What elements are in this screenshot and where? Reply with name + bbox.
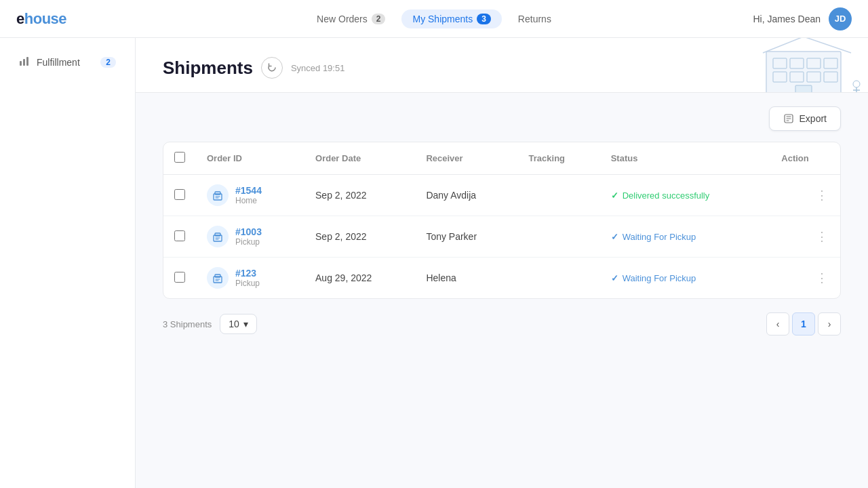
row-receiver: Dany Avdija <box>415 175 517 216</box>
select-all-checkbox[interactable] <box>174 152 185 163</box>
row-checkbox-cell <box>163 175 196 216</box>
chevron-down-icon: ▾ <box>243 319 248 329</box>
row-checkbox-1[interactable] <box>174 230 185 241</box>
nav-right: Hi, James Dean JD <box>716 7 852 30</box>
chart-bar-icon <box>19 56 30 68</box>
row-receiver: Tony Parker <box>415 216 517 258</box>
header-illustration <box>746 38 868 93</box>
page-title: Shipments <box>163 58 253 79</box>
tab-returns-label: Returns <box>518 14 551 24</box>
row-status: ✓ Waiting For Pickup <box>600 258 771 299</box>
sync-button[interactable] <box>261 57 283 79</box>
svg-rect-28 <box>215 192 220 195</box>
svg-rect-12 <box>795 85 812 93</box>
content-header: Shipments Synced 19:51 <box>136 38 868 93</box>
row-date: Sep 2, 2022 <box>304 216 415 258</box>
col-tracking: Tracking <box>518 142 600 175</box>
tab-new-orders[interactable]: New Orders 2 <box>306 9 396 28</box>
row-status: ✓ Delivered successfully <box>600 175 771 216</box>
shipment-count: 3 Shipments <box>163 319 212 329</box>
row-order-id: #123 Pickup <box>196 258 304 299</box>
chevron-right-icon: › <box>828 319 831 329</box>
svg-rect-36 <box>215 274 220 277</box>
status-checkmark: ✓ <box>611 273 618 283</box>
col-order-id: Order ID <box>196 142 304 175</box>
row-action-menu[interactable]: ⋮ <box>770 216 840 258</box>
chevron-left-icon: ‹ <box>776 319 780 329</box>
svg-rect-32 <box>215 233 220 236</box>
svg-rect-2 <box>26 57 28 66</box>
row-checkbox-cell <box>163 216 196 258</box>
status-text: Waiting For Pickup <box>623 232 696 242</box>
sync-icon <box>267 63 277 73</box>
tab-returns[interactable]: Returns <box>507 9 562 28</box>
nav-tabs: New Orders 2 My Shipments 3 Returns <box>152 9 716 28</box>
row-checkbox-cell <box>163 258 196 299</box>
next-page-button[interactable]: › <box>818 312 841 336</box>
order-type: Home <box>235 196 262 205</box>
svg-rect-1 <box>23 59 25 66</box>
row-date: Sep 2, 2022 <box>304 175 415 216</box>
row-status: ✓ Waiting For Pickup <box>600 216 771 258</box>
row-action-menu[interactable]: ⋮ <box>770 258 840 299</box>
tab-my-shipments-label: My Shipments <box>412 14 473 24</box>
content-body: Export Order ID Order Date Receiver <box>136 93 868 349</box>
user-greeting: Hi, James Dean <box>753 14 821 24</box>
row-checkbox-2[interactable] <box>174 272 185 283</box>
order-type: Pickup <box>235 237 262 247</box>
avatar: JD <box>829 7 852 30</box>
row-tracking <box>518 175 600 216</box>
col-action: Action <box>770 142 840 175</box>
tab-my-shipments[interactable]: My Shipments 3 <box>401 9 501 28</box>
col-receiver: Receiver <box>415 142 517 175</box>
row-tracking <box>518 216 600 258</box>
order-icon-1 <box>207 226 229 247</box>
per-page-select[interactable]: 10 ▾ <box>220 314 257 334</box>
export-icon <box>783 113 794 124</box>
content-area: Shipments Synced 19:51 <box>136 38 868 488</box>
col-order-date: Order Date <box>304 142 415 175</box>
order-id-number: #1544 <box>235 185 262 196</box>
main-layout: Fulfillment 2 Shipments Synced 19:51 <box>0 38 868 488</box>
table-row: #1003 Pickup Sep 2, 2022 Tony Parker ✓ W… <box>163 216 840 258</box>
pagination-controls: ‹ 1 › <box>766 312 841 336</box>
export-row: Export <box>163 106 841 131</box>
col-status: Status <box>600 142 771 175</box>
sidebar-item-label: Fulfillment <box>37 57 80 68</box>
table-row: #1544 Home Sep 2, 2022 Dany Avdija ✓ Del… <box>163 175 840 216</box>
export-label: Export <box>800 113 827 124</box>
order-id-number: #123 <box>235 268 260 279</box>
status-text: Delivered successfully <box>623 190 710 201</box>
synced-label: Synced 19:51 <box>291 63 345 73</box>
tab-new-orders-badge: 2 <box>372 14 386 24</box>
sidebar-item-left: Fulfillment <box>19 56 80 68</box>
svg-point-18 <box>853 81 860 87</box>
table-row: #123 Pickup Aug 29, 2022 Helena ✓ Waitin… <box>163 258 840 299</box>
row-receiver: Helena <box>415 258 517 299</box>
tab-new-orders-label: New Orders <box>317 14 368 24</box>
svg-rect-0 <box>20 61 22 66</box>
logo: ehouse <box>16 10 152 28</box>
row-date: Aug 29, 2022 <box>304 258 415 299</box>
row-order-id: #1544 Home <box>196 175 304 216</box>
sidebar-item-fulfillment[interactable]: Fulfillment 2 <box>5 49 130 75</box>
export-button[interactable]: Export <box>769 106 841 131</box>
row-checkbox-0[interactable] <box>174 189 185 200</box>
sidebar-item-count: 2 <box>100 57 116 68</box>
row-order-id: #1003 Pickup <box>196 216 304 258</box>
status-text: Waiting For Pickup <box>623 273 696 283</box>
page-1-button[interactable]: 1 <box>792 312 815 336</box>
shipments-table: Order ID Order Date Receiver Tracking St… <box>163 142 841 299</box>
top-navigation: ehouse New Orders 2 My Shipments 3 Retur… <box>0 0 868 38</box>
order-type: Pickup <box>235 279 260 288</box>
sidebar: Fulfillment 2 <box>0 38 136 488</box>
prev-page-button[interactable]: ‹ <box>766 312 789 336</box>
order-icon-0 <box>207 184 229 206</box>
order-id-number: #1003 <box>235 226 262 237</box>
order-icon-2 <box>207 267 229 289</box>
page-1-label: 1 <box>801 319 806 329</box>
pagination-row: 3 Shipments 10 ▾ ‹ 1 › <box>163 312 841 336</box>
row-action-menu[interactable]: ⋮ <box>770 175 840 216</box>
per-page-value: 10 <box>229 319 239 329</box>
header-row: Shipments Synced 19:51 <box>163 57 841 79</box>
